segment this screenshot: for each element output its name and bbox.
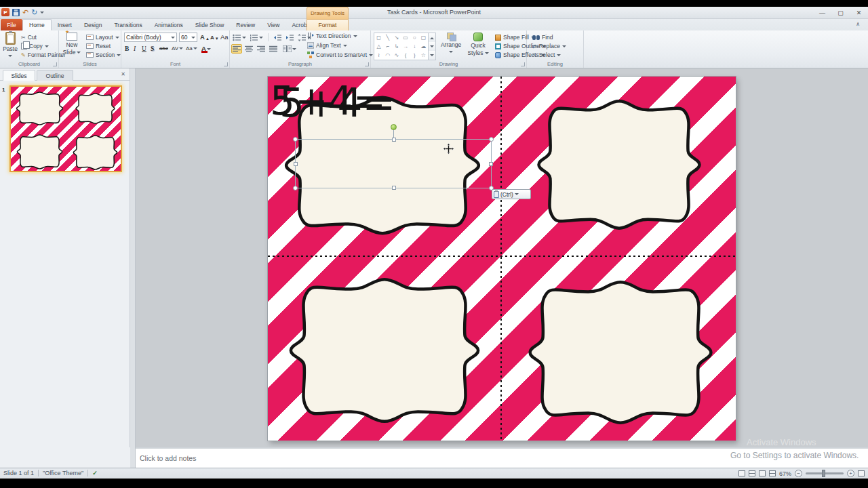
shape-arc-icon[interactable]: ◠ bbox=[383, 51, 392, 60]
task-card-4[interactable] bbox=[524, 277, 717, 428]
close-button[interactable]: ✕ bbox=[850, 7, 868, 18]
font-size-combo[interactable]: 60 bbox=[179, 33, 197, 42]
zoom-in-button[interactable]: + bbox=[847, 470, 854, 477]
shape-scribble-icon[interactable]: ∿ bbox=[392, 51, 401, 60]
zoom-slider[interactable] bbox=[806, 472, 844, 474]
bold-button[interactable]: B bbox=[125, 45, 129, 52]
horizontal-guide[interactable] bbox=[268, 256, 736, 257]
shrink-font-button[interactable]: A▼ bbox=[210, 35, 219, 41]
vertical-guide[interactable] bbox=[500, 77, 502, 441]
slideshow-view-button[interactable] bbox=[769, 470, 776, 476]
reading-view-button[interactable] bbox=[759, 470, 766, 476]
shapes-scroll-down-button[interactable] bbox=[429, 42, 435, 51]
character-spacing-button[interactable]: AV bbox=[172, 45, 183, 52]
slide-sorter-view-button[interactable] bbox=[749, 470, 755, 476]
tab-file[interactable]: File bbox=[1, 19, 22, 30]
panel-close-icon[interactable]: ✕ bbox=[121, 71, 125, 77]
normal-view-button[interactable] bbox=[738, 470, 745, 476]
maximize-button[interactable]: ▢ bbox=[831, 7, 850, 18]
align-right-button[interactable] bbox=[256, 44, 267, 54]
layout-button[interactable]: Layout bbox=[86, 34, 119, 41]
tab-insert[interactable]: Insert bbox=[52, 19, 78, 30]
tab-home[interactable]: Home bbox=[22, 19, 52, 30]
panel-splitter[interactable] bbox=[130, 68, 136, 468]
align-center-button[interactable] bbox=[243, 44, 254, 54]
shapes-more-button[interactable] bbox=[429, 51, 435, 60]
theme-name[interactable]: "Office Theme" bbox=[43, 470, 83, 476]
replace-button[interactable]: ⇄ Replace bbox=[532, 43, 566, 49]
columns-button[interactable] bbox=[283, 45, 296, 52]
font-color-button[interactable]: A bbox=[201, 45, 211, 52]
selection-handle-bottom-left[interactable] bbox=[293, 186, 298, 190]
decrease-indent-icon[interactable] bbox=[273, 34, 282, 41]
equation-text-pasted-copy[interactable]: 5+4= bbox=[279, 79, 395, 128]
tab-slide-show[interactable]: Slide Show bbox=[189, 19, 231, 30]
new-slide-button[interactable]: New Slide bbox=[61, 33, 83, 56]
tab-animations[interactable]: Animations bbox=[149, 19, 189, 30]
quick-styles-button[interactable]: Quick Styles bbox=[465, 33, 492, 56]
shape-elbow-connector-icon[interactable]: ⌐ bbox=[383, 42, 392, 51]
cut-button[interactable]: ✂ Cut bbox=[21, 34, 37, 41]
increase-indent-icon[interactable] bbox=[285, 34, 294, 41]
shape-down-arrow-icon[interactable]: ↓ bbox=[410, 42, 419, 51]
slide-thumbnail[interactable]: 5+4= 5+4= bbox=[9, 85, 122, 172]
arrange-button[interactable]: Arrange bbox=[439, 33, 463, 55]
tab-outline[interactable]: Outline bbox=[37, 70, 73, 81]
zoom-level[interactable]: 67% bbox=[779, 470, 791, 477]
copy-button[interactable]: Copy bbox=[21, 43, 49, 49]
task-card-3[interactable] bbox=[284, 274, 485, 427]
selection-handle-right[interactable] bbox=[489, 162, 493, 166]
text-shadow-button[interactable]: S bbox=[151, 45, 154, 52]
shape-star-icon[interactable]: ☆ bbox=[419, 51, 428, 60]
tab-transitions[interactable]: Transitions bbox=[108, 19, 148, 30]
shape-select-icon[interactable]: ◻ bbox=[374, 33, 383, 42]
paste-button[interactable]: Paste bbox=[1, 32, 19, 59]
select-button[interactable]: ↖ Select bbox=[532, 52, 561, 58]
selection-handle-top[interactable] bbox=[392, 138, 396, 142]
shapes-scroll-up-button[interactable] bbox=[429, 33, 435, 42]
text-direction-button[interactable]: Text Direction bbox=[307, 33, 357, 39]
shape-right-arrow-icon[interactable]: → bbox=[401, 42, 410, 51]
shape-cloud-icon[interactable]: ☁ bbox=[419, 42, 428, 51]
numbering-button[interactable] bbox=[250, 34, 263, 41]
tab-format[interactable]: Format bbox=[307, 19, 349, 30]
change-case-button[interactable]: Aa bbox=[186, 45, 197, 52]
spell-check-icon[interactable]: ✓ bbox=[92, 470, 98, 476]
drawing-dialog-launcher-icon[interactable] bbox=[521, 62, 525, 66]
collapse-ribbon-icon[interactable]: ∧ bbox=[856, 21, 860, 27]
grow-font-button[interactable]: A▲ bbox=[200, 33, 210, 41]
shape-triangle-icon[interactable]: △ bbox=[374, 42, 383, 51]
shape-rounded-rectangle-icon[interactable]: ▢ bbox=[419, 33, 428, 42]
align-left-button[interactable] bbox=[231, 44, 242, 54]
shape-arrow-icon[interactable]: ↘ bbox=[392, 33, 401, 42]
tab-view[interactable]: View bbox=[261, 19, 285, 30]
reset-button[interactable]: Reset bbox=[86, 43, 111, 49]
rotation-handle[interactable] bbox=[391, 124, 397, 130]
minimize-button[interactable]: — bbox=[813, 7, 831, 18]
shape-freeform-icon[interactable]: ≀ bbox=[374, 51, 383, 60]
selection-handle-top-right[interactable] bbox=[489, 137, 494, 142]
tab-design[interactable]: Design bbox=[78, 19, 108, 30]
selection-handle-bottom[interactable] bbox=[392, 186, 396, 190]
bullets-button[interactable] bbox=[233, 34, 246, 41]
shape-line-icon[interactable]: ╲ bbox=[383, 33, 392, 42]
selection-handle-top-left[interactable] bbox=[293, 137, 298, 142]
underline-button[interactable]: U bbox=[142, 45, 146, 52]
find-button[interactable]: Find bbox=[532, 34, 553, 41]
clear-formatting-button[interactable]: Aa bbox=[220, 33, 229, 41]
fit-to-window-button[interactable] bbox=[858, 470, 865, 476]
shape-left-brace-icon[interactable]: { bbox=[401, 51, 410, 60]
section-button[interactable]: Section bbox=[86, 52, 121, 58]
paragraph-dialog-launcher-icon[interactable] bbox=[365, 62, 369, 66]
shape-rectangle-icon[interactable]: ▭ bbox=[401, 33, 410, 42]
shape-elbow-arrow-icon[interactable]: ↳ bbox=[392, 42, 401, 51]
shape-right-brace-icon[interactable]: } bbox=[410, 51, 419, 60]
font-dialog-launcher-icon[interactable] bbox=[224, 62, 228, 66]
textbox-selection[interactable] bbox=[295, 139, 492, 188]
tab-slides[interactable]: Slides bbox=[3, 70, 35, 81]
italic-button[interactable]: I bbox=[134, 45, 136, 52]
tab-review[interactable]: Review bbox=[230, 19, 261, 30]
shape-oval-icon[interactable]: ○ bbox=[410, 33, 419, 42]
align-text-button[interactable]: Align Text bbox=[307, 42, 347, 49]
justify-button[interactable] bbox=[268, 44, 279, 54]
